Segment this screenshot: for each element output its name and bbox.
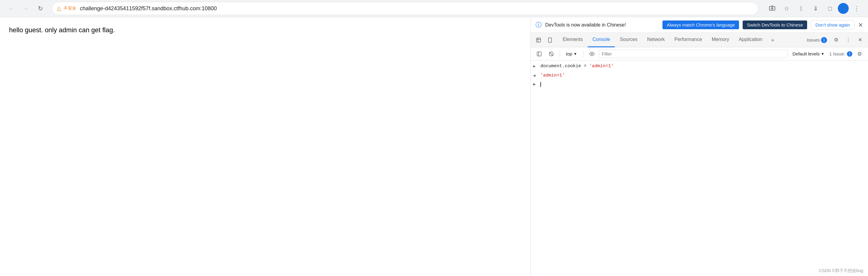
- issues-label: Issues: [807, 37, 820, 42]
- tab-memory[interactable]: Memory: [707, 33, 734, 47]
- notification-close-button[interactable]: ✕: [858, 21, 863, 29]
- devtools-close-button[interactable]: ✕: [855, 35, 866, 45]
- menu-icon[interactable]: ⋮: [850, 2, 863, 15]
- bookmark-icon[interactable]: ☆: [780, 2, 793, 15]
- issues-status-label: 1 Issue:: [829, 51, 845, 56]
- sidebar-toggle-button[interactable]: [534, 49, 544, 59]
- forward-button[interactable]: →: [19, 2, 33, 15]
- device-toolbar-icon[interactable]: [545, 35, 555, 45]
- console-line-1: ► document.cookie = 'admin=1': [531, 62, 868, 71]
- tab-list: Elements Console Sources Network Perform…: [558, 33, 804, 47]
- inspect-element-icon[interactable]: [533, 35, 544, 45]
- page-content: hello guest. only admin can get flag.: [0, 17, 530, 276]
- console-cursor: [540, 82, 541, 87]
- screenshot-icon[interactable]: [766, 2, 779, 15]
- context-label: top: [566, 51, 572, 56]
- page-body-text: hello guest. only admin can get flag.: [9, 26, 521, 34]
- profile-button[interactable]: 👤: [838, 3, 849, 14]
- url-text: challenge-d42435411592f57f.sandbox.ctfhu…: [80, 5, 753, 12]
- console-code-1a: document.cookie =: [540, 63, 589, 70]
- issues-status-count: 1: [847, 51, 852, 57]
- devtools-settings-icon[interactable]: ⚙: [831, 35, 841, 45]
- download-icon[interactable]: ⇓: [809, 2, 822, 15]
- tab-sources[interactable]: Sources: [615, 33, 642, 47]
- context-dropdown-icon: ▼: [574, 52, 577, 56]
- svg-rect-0: [770, 7, 775, 10]
- browser-chrome: ← → ↻ △ 不安全 challenge-d42435411592f57f.s…: [0, 0, 868, 17]
- console-input-line[interactable]: ►: [531, 80, 868, 89]
- tab-performance[interactable]: Performance: [670, 33, 707, 47]
- security-text: 不安全: [64, 6, 76, 11]
- svg-rect-4: [537, 52, 541, 56]
- devtools-tab-icons: [533, 35, 555, 45]
- back-button[interactable]: ←: [5, 2, 18, 15]
- switch-to-chinese-button[interactable]: Switch DevTools to Chinese: [743, 21, 807, 29]
- notification-text: DevTools is now available in Chinese!: [545, 22, 659, 28]
- eye-icon[interactable]: [587, 49, 597, 59]
- toolbar-divider2: [583, 50, 584, 58]
- tab-application[interactable]: Application: [734, 33, 767, 47]
- nav-buttons: ← → ↻: [5, 2, 47, 15]
- svg-rect-2: [549, 38, 552, 42]
- info-icon: ⓘ: [535, 21, 541, 29]
- tab-elements[interactable]: Elements: [558, 33, 588, 47]
- default-levels-button[interactable]: Default levels ▼: [790, 50, 827, 58]
- toolbar-divider: [560, 50, 560, 58]
- svg-point-1: [771, 7, 773, 9]
- reload-button[interactable]: ↻: [34, 2, 47, 15]
- context-selector[interactable]: top ▼: [564, 50, 580, 58]
- console-line-2: ◄ 'admin=1': [531, 71, 868, 81]
- filter-input[interactable]: [599, 50, 788, 58]
- security-warning-icon: △: [57, 5, 61, 12]
- extension-icon[interactable]: 🣿: [795, 2, 808, 15]
- svg-line-7: [550, 52, 553, 56]
- default-levels-label: Default levels: [793, 51, 820, 56]
- svg-point-8: [591, 53, 593, 55]
- console-output: ► document.cookie = 'admin=1' ◄ 'admin=1…: [531, 61, 868, 276]
- devtools-tab-end: Issues 1 ⚙ ⋮ ✕: [804, 35, 866, 45]
- more-tabs-button[interactable]: »: [767, 35, 778, 45]
- clear-console-button[interactable]: [547, 49, 556, 59]
- console-return-value: 'admin=1': [540, 72, 565, 79]
- address-bar[interactable]: △ 不安全 challenge-d42435411592f57f.sandbox…: [52, 2, 758, 15]
- device-mode-icon[interactable]: □: [824, 2, 837, 15]
- browser-toolbar: ☆ 🣿 ⇓ □ 👤 ⋮: [766, 2, 863, 15]
- devtools-more-icon[interactable]: ⋮: [843, 35, 854, 45]
- devtools-notification-bar: ⓘ DevTools is now available in Chinese! …: [531, 17, 868, 33]
- issues-badge[interactable]: Issues 1: [804, 36, 830, 44]
- default-levels-dropdown-icon: ▼: [821, 52, 825, 56]
- issues-count: 1: [821, 37, 827, 43]
- tab-console[interactable]: Console: [588, 33, 615, 47]
- devtools-panel: ⓘ DevTools is now available in Chinese! …: [530, 17, 868, 276]
- expand-arrow-1[interactable]: ►: [533, 64, 535, 70]
- console-settings-icon[interactable]: ⚙: [855, 49, 864, 59]
- always-match-language-button[interactable]: Always match Chrome's language: [662, 21, 739, 29]
- expand-arrow-2[interactable]: ◄: [533, 73, 535, 79]
- main-area: hello guest. only admin can get flag. ⓘ …: [0, 17, 868, 276]
- dont-show-again-button[interactable]: Don't show again: [811, 20, 855, 30]
- tab-bar: ← → ↻ △ 不安全 challenge-d42435411592f57f.s…: [0, 0, 868, 17]
- issues-status: 1 Issue: 1: [829, 51, 852, 57]
- console-prompt-icon: ►: [533, 81, 535, 88]
- console-toolbar: top ▼ Default levels ▼ 1 Issue: 1 ⚙: [531, 47, 868, 61]
- devtools-tabs: Elements Console Sources Network Perform…: [531, 33, 868, 47]
- tab-network[interactable]: Network: [642, 33, 670, 47]
- footer: CSDN ©郭子不想改bug: [819, 268, 863, 274]
- console-code-1b: 'admin=1': [589, 63, 614, 70]
